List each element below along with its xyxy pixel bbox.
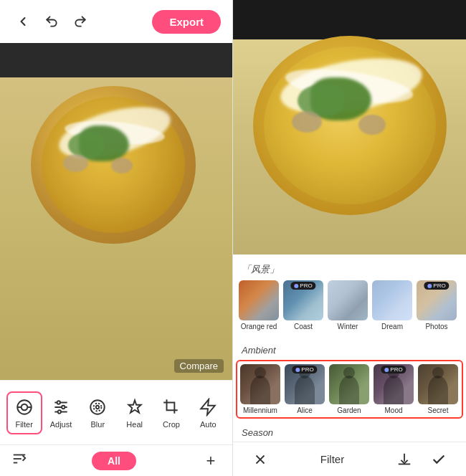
- filter-garden[interactable]: Garden: [329, 364, 369, 414]
- pro-dot: [294, 284, 298, 288]
- filter-secret[interactable]: Secret: [418, 364, 458, 414]
- filter-orange-red-label: Orange red: [241, 323, 277, 330]
- ambient-filter-row: Millennium PRO Alice: [236, 360, 463, 419]
- all-button[interactable]: All: [92, 452, 136, 470]
- filter-alice[interactable]: PRO Alice: [285, 364, 325, 414]
- season-section: Season: [233, 419, 466, 442]
- confirm-button[interactable]: [426, 447, 452, 472]
- filter-label: Filter: [15, 420, 32, 429]
- filter-coast-label: Coast: [294, 323, 313, 330]
- right-image-area: [233, 0, 466, 254]
- filter-secret-thumb: [418, 364, 458, 404]
- pro-badge-alice: PRO: [292, 366, 317, 373]
- adjust-label: Adjust: [50, 420, 72, 429]
- pro-badge-mood: PRO: [381, 366, 406, 373]
- left-panel: Export Compare: [0, 0, 233, 476]
- right-protein: [292, 111, 322, 133]
- right-bottom-bar: Filter: [233, 442, 466, 476]
- filter-title-label: Filter: [320, 453, 344, 465]
- tool-heal[interactable]: Heal: [117, 393, 153, 433]
- sort-button[interactable]: [11, 451, 27, 470]
- svg-point-12: [96, 405, 99, 408]
- bottom-bar: All +: [0, 444, 232, 476]
- export-button[interactable]: Export: [152, 10, 221, 34]
- back-button[interactable]: [11, 10, 34, 33]
- svg-point-11: [94, 403, 102, 411]
- tool-blur[interactable]: Blur: [80, 393, 115, 433]
- auto-icon: [198, 397, 218, 417]
- pro-badge-photos: PRO: [424, 282, 449, 290]
- protein: [63, 154, 88, 172]
- filter-garden-thumb: [329, 364, 369, 404]
- filter-millennium-thumb: [240, 364, 280, 404]
- filter-winter-thumb: [328, 280, 368, 320]
- crop-icon: [161, 397, 181, 417]
- download-button[interactable]: [391, 447, 417, 472]
- filter-alice-label: Alice: [297, 406, 313, 414]
- filter-photos[interactable]: PRO Photos: [417, 280, 457, 330]
- right-food-image: [233, 0, 466, 254]
- right-protein-2: [358, 115, 386, 135]
- landscape-title: 「风景」: [233, 260, 466, 280]
- undo-button[interactable]: [40, 10, 63, 33]
- add-button[interactable]: +: [201, 451, 221, 471]
- tool-crop[interactable]: Crop: [153, 393, 189, 433]
- toolbar: Filter Adjust: [0, 380, 232, 444]
- filter-mood[interactable]: PRO Mood: [374, 364, 414, 414]
- filter-winter[interactable]: Winter: [328, 280, 368, 330]
- season-title: Season: [233, 424, 466, 442]
- redo-button[interactable]: [69, 10, 92, 33]
- tool-auto[interactable]: Auto: [190, 393, 226, 433]
- protein-2: [111, 158, 133, 173]
- compare-label[interactable]: Compare: [174, 359, 224, 373]
- filter-mood-label: Mood: [384, 406, 402, 414]
- adjust-icon: [51, 397, 71, 417]
- filter-millennium-label: Millennium: [243, 406, 277, 414]
- filter-panel: 「风景」 Orange red PRO Coast: [233, 254, 466, 442]
- tool-filter[interactable]: Filter: [6, 391, 42, 434]
- filter-garden-label: Garden: [337, 406, 361, 414]
- filter-photos-label: Photos: [425, 323, 447, 330]
- filter-orange-red[interactable]: Orange red: [239, 280, 279, 330]
- filter-dream[interactable]: Dream: [372, 280, 412, 330]
- filter-coast-thumb: PRO: [283, 280, 323, 320]
- svg-point-10: [91, 400, 105, 414]
- heal-icon: [125, 397, 145, 417]
- ambient-title: Ambient: [233, 342, 466, 360]
- filter-mood-thumb: PRO: [374, 364, 414, 404]
- nav-icons: [11, 10, 92, 33]
- blur-label: Blur: [91, 420, 105, 429]
- svg-point-9: [58, 410, 61, 413]
- filter-secret-label: Secret: [428, 406, 449, 414]
- tool-adjust[interactable]: Adjust: [43, 393, 79, 433]
- right-panel: 「风景」 Orange red PRO Coast: [233, 0, 466, 476]
- filter-coast[interactable]: PRO Coast: [283, 280, 323, 330]
- pro-dot-2: [427, 284, 432, 288]
- svg-point-7: [57, 401, 60, 404]
- filter-winter-label: Winter: [338, 323, 358, 330]
- main-image-area: Compare: [0, 43, 232, 380]
- filter-icon: [14, 397, 34, 417]
- filter-millennium[interactable]: Millennium: [240, 364, 280, 414]
- auto-label: Auto: [200, 420, 217, 429]
- svg-point-8: [62, 405, 65, 408]
- filter-alice-thumb: PRO: [285, 364, 325, 404]
- right-action-group: [391, 447, 452, 472]
- blur-icon: [87, 397, 108, 417]
- image-top-bg: [0, 43, 232, 77]
- close-button[interactable]: [247, 447, 273, 472]
- svg-marker-13: [201, 399, 216, 415]
- top-bar: Export: [0, 0, 232, 43]
- right-image-top: [233, 0, 466, 39]
- crop-label: Crop: [163, 420, 180, 429]
- ambient-section: Ambient Millennium PRO: [233, 336, 466, 419]
- landscape-section: 「风景」 Orange red PRO Coast: [233, 254, 466, 336]
- svg-point-1: [21, 404, 27, 410]
- pro-dot-3: [295, 368, 300, 372]
- food-image: [0, 43, 232, 380]
- heal-label: Heal: [126, 420, 143, 429]
- landscape-filter-row: Orange red PRO Coast Winter: [233, 280, 466, 336]
- pro-dot-4: [384, 368, 389, 372]
- filter-dream-thumb: [372, 280, 412, 320]
- filter-photos-thumb: PRO: [417, 280, 457, 320]
